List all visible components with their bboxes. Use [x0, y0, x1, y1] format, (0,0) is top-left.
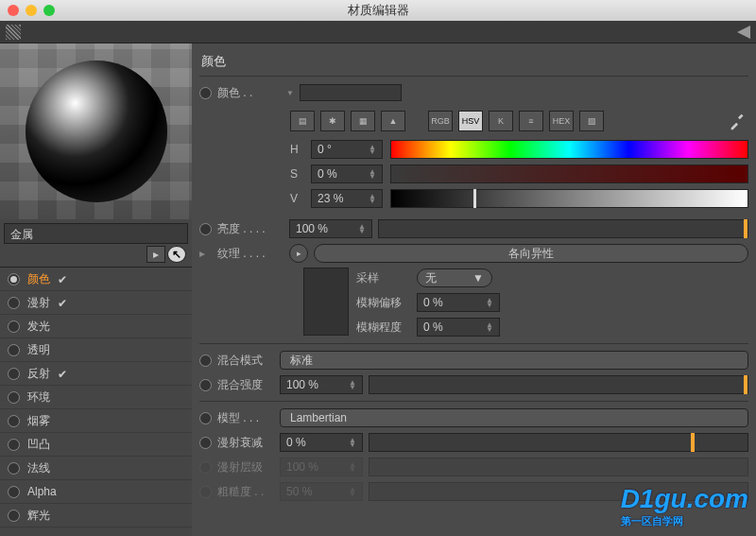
titlebar: 材质编辑器	[0, 0, 756, 21]
check-icon[interactable]: ✔	[58, 273, 69, 285]
channel-color[interactable]: 颜色✔	[0, 268, 192, 291]
channel-label: 辉光	[27, 508, 50, 524]
falloff-label: 漫射衰减	[217, 435, 274, 451]
spectrum-icon[interactable]: ▦	[351, 111, 375, 131]
mode-rgb[interactable]: RGB	[428, 111, 453, 131]
picture-icon[interactable]: ▲	[381, 111, 405, 131]
mode-k[interactable]: K	[489, 111, 513, 131]
bluroffset-label: 模糊偏移	[356, 295, 409, 311]
channel-reflect[interactable]: 反射✔	[0, 362, 192, 386]
falloff-slider[interactable]	[369, 433, 748, 452]
blurscale-input[interactable]: 0 %▲▼	[417, 318, 500, 337]
texture-play-button[interactable]: ▸	[289, 244, 308, 263]
wheel-icon[interactable]: ✱	[320, 111, 345, 131]
swatches-icon[interactable]: ▧	[579, 111, 604, 131]
color-label: 颜色 . .	[217, 85, 284, 101]
falloff-input[interactable]: 0 %▲▼	[280, 433, 363, 452]
channel-label: 透明	[27, 342, 50, 358]
mode-hsv[interactable]: HSV	[458, 111, 483, 131]
menu-icon[interactable]	[6, 25, 21, 40]
channel-radio[interactable]	[8, 510, 20, 522]
texture-preview-swatch[interactable]	[303, 268, 349, 336]
mixmode-dropdown[interactable]: 标准	[280, 351, 748, 370]
channel-radio[interactable]	[8, 273, 20, 285]
eyedropper-icon[interactable]	[728, 111, 748, 131]
h-label: H	[290, 143, 303, 156]
channel-radio[interactable]	[8, 486, 20, 498]
channel-glow[interactable]: 辉光	[0, 504, 192, 527]
toolbar	[0, 21, 756, 43]
val-slider[interactable]	[390, 189, 748, 208]
channel-radio[interactable]	[8, 439, 20, 451]
back-arrow-icon[interactable]	[737, 26, 750, 39]
model-radio[interactable]	[199, 412, 212, 424]
brightness-slider[interactable]	[378, 219, 748, 238]
expand-icon[interactable]: ▸	[199, 247, 212, 260]
sat-slider[interactable]	[390, 164, 748, 183]
s-input[interactable]: 0 %▲▼	[311, 164, 383, 183]
channel-env[interactable]: 环境	[0, 386, 192, 409]
channel-label: 反射	[27, 366, 50, 382]
channel-radio[interactable]	[8, 297, 20, 309]
rough-input: 50 %▲▼	[280, 482, 363, 501]
channel-radio[interactable]	[8, 344, 20, 356]
channel-transp[interactable]: 透明	[0, 338, 192, 362]
channel-label: 环境	[27, 389, 50, 406]
channel-label: 法线	[27, 460, 50, 476]
anisotropy-button[interactable]: 各向异性	[314, 244, 748, 263]
falloff-radio[interactable]	[199, 437, 212, 449]
picker-button[interactable]: ↖	[167, 246, 186, 263]
mixer-icon[interactable]: ≡	[519, 111, 543, 131]
brightness-radio[interactable]	[199, 223, 212, 235]
channel-radio[interactable]	[8, 462, 20, 475]
channel-fog[interactable]: 烟雾	[0, 409, 192, 433]
mixstrength-slider[interactable]	[369, 375, 748, 394]
preview-sphere	[26, 61, 167, 202]
material-name-input[interactable]: 金属	[4, 223, 188, 244]
model-dropdown[interactable]: Lambertian	[280, 408, 748, 427]
right-panel: 颜色 颜色 . . ▼ ▤ ✱ ▦ ▲ RGB HSV K ≡ HEX ▧ H …	[192, 43, 756, 536]
mixmode-radio[interactable]	[199, 354, 212, 367]
s-label: S	[290, 167, 303, 181]
mixstrength-input[interactable]: 100 %▲▼	[280, 375, 363, 394]
mixstrength-radio[interactable]	[199, 379, 212, 391]
channel-radio[interactable]	[8, 368, 20, 380]
brightness-label: 亮度 . . . .	[217, 221, 284, 237]
sampling-dropdown[interactable]: 无▼	[417, 268, 492, 287]
bluroffset-input[interactable]: 0 %▲▼	[417, 293, 500, 312]
levels-input: 100 %▲▼	[280, 458, 363, 476]
hue-slider[interactable]	[390, 140, 748, 159]
mode-hex[interactable]: HEX	[549, 111, 574, 131]
channel-lumin[interactable]: 发光	[0, 315, 192, 338]
brightness-input[interactable]: 100 %▲▼	[289, 219, 372, 238]
channel-bump[interactable]: 凹凸	[0, 433, 192, 457]
h-input[interactable]: 0 °▲▼	[311, 140, 383, 159]
channel-alpha[interactable]: Alpha	[0, 480, 192, 504]
rough-radio	[199, 486, 212, 498]
layer-menu-button[interactable]: ▸	[146, 246, 165, 263]
channel-radio[interactable]	[8, 320, 20, 333]
check-icon[interactable]: ✔	[58, 368, 69, 379]
channel-label: 凹凸	[27, 437, 50, 453]
channel-normal[interactable]: 法线	[0, 457, 192, 480]
material-preview[interactable]	[0, 43, 192, 219]
levels-label: 漫射层级	[217, 459, 274, 475]
dropdown-icon[interactable]: ▼	[286, 89, 294, 97]
watermark: D1gu.com 第一区自学网	[621, 484, 748, 528]
channel-radio[interactable]	[8, 391, 20, 404]
levels-radio	[199, 461, 212, 474]
gradient-icon[interactable]: ▤	[290, 111, 315, 131]
channel-label: 漫射	[27, 295, 50, 311]
check-icon[interactable]: ✔	[58, 297, 69, 308]
channel-label: 颜色	[27, 271, 50, 287]
section-title: 颜色	[199, 49, 748, 77]
channel-radio[interactable]	[8, 415, 20, 427]
channel-diffuse[interactable]: 漫射✔	[0, 291, 192, 315]
mixmode-label: 混合模式	[217, 353, 274, 369]
channel-label: Alpha	[27, 485, 57, 498]
v-input[interactable]: 23 %▲▼	[311, 189, 383, 208]
color-swatch[interactable]	[300, 84, 402, 101]
color-radio[interactable]	[199, 87, 212, 99]
window-title: 材质编辑器	[0, 2, 756, 19]
model-label: 模型 . . .	[217, 410, 274, 426]
